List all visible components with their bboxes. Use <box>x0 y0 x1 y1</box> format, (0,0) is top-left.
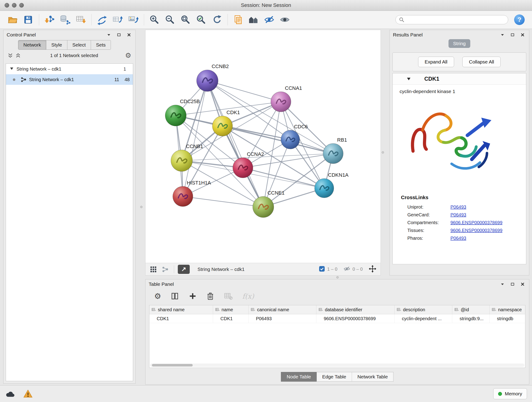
expand-all-button[interactable]: Expand All <box>418 57 454 67</box>
hidden-eye-slash-icon[interactable] <box>343 265 350 273</box>
zoom-window-button[interactable] <box>19 3 24 7</box>
zoom-out-button[interactable] <box>163 13 177 26</box>
first-neighbors-button[interactable] <box>247 13 260 26</box>
birdseye-view-icon[interactable] <box>162 266 168 273</box>
crosslink-link[interactable]: 9606.ENSP00000378699 <box>450 220 502 225</box>
export-image-button[interactable] <box>127 13 140 26</box>
crosslink-link[interactable]: 9606.ENSP00000378699 <box>450 228 502 233</box>
column-header[interactable]: database identifier <box>317 305 394 314</box>
import-network-from-file-button[interactable] <box>43 13 56 26</box>
column-header[interactable]: shared name <box>149 305 213 314</box>
show-all-button[interactable] <box>278 13 291 26</box>
network-node-ccnb2[interactable] <box>196 70 218 91</box>
hide-selected-button[interactable] <box>263 13 276 26</box>
network-node-ccna1[interactable] <box>271 92 291 112</box>
network-edge[interactable] <box>183 81 207 196</box>
network-node-rb1[interactable] <box>323 143 343 164</box>
column-header[interactable]: namespace <box>490 305 525 314</box>
minimize-window-button[interactable] <box>12 3 17 7</box>
warnings-button[interactable] <box>22 389 34 399</box>
column-header[interactable]: @id <box>452 305 490 314</box>
memory-button[interactable]: Memory <box>493 388 527 399</box>
panel-close-icon[interactable] <box>519 281 526 287</box>
zoom-fit-button[interactable] <box>179 13 192 26</box>
splitter-handle[interactable] <box>140 206 143 208</box>
open-session-button[interactable] <box>6 13 19 26</box>
column-header[interactable]: name <box>213 305 249 314</box>
network-edge[interactable] <box>207 81 263 207</box>
expand-all-networks-icon[interactable] <box>7 53 13 58</box>
table-cell[interactable]: CDK1 <box>213 314 249 323</box>
search-input[interactable] <box>407 17 505 23</box>
export-document-button[interactable] <box>231 13 245 26</box>
close-window-button[interactable] <box>5 3 9 7</box>
table-cell[interactable]: CDK1 <box>149 314 213 323</box>
network-from-table-button[interactable] <box>111 13 124 26</box>
cloud-button[interactable] <box>4 389 16 399</box>
new-network-button[interactable] <box>95 13 109 26</box>
crosslink-link[interactable]: P06493 <box>450 212 466 217</box>
tab-select[interactable]: Select <box>67 40 91 50</box>
network-node-cdc25b[interactable] <box>165 105 186 126</box>
network-node-ccna2[interactable] <box>233 158 253 178</box>
zoom-selected-button[interactable] <box>195 13 208 26</box>
table-cell[interactable]: stringdb:9... <box>452 314 490 323</box>
zoom-in-button[interactable] <box>148 13 161 26</box>
scrollbar-thumb[interactable] <box>152 364 193 366</box>
table-row[interactable]: CDK1CDK1P064939606.ENSP00000378699cyclin… <box>149 314 525 323</box>
refresh-view-button[interactable] <box>210 13 223 26</box>
import-network-from-database-button[interactable] <box>58 13 72 26</box>
gene-section-header[interactable]: CDK1 <box>393 73 526 85</box>
panel-close-icon[interactable] <box>519 32 526 38</box>
crosslink-link[interactable]: P06493 <box>450 236 466 241</box>
tab-network-table[interactable]: Network Table <box>352 372 394 382</box>
table-cell[interactable]: 9606.ENSP00000378699 <box>317 314 394 323</box>
save-session-button[interactable] <box>22 13 35 26</box>
tab-network[interactable]: Network <box>18 40 46 50</box>
network-canvas[interactable]: CCNB2CCNA1CDC25BCDK1CDC6RB1CCNB1CCNA2CDK… <box>146 30 380 263</box>
tab-edge-table[interactable]: Edge Table <box>317 372 352 382</box>
selected-checkbox-icon[interactable] <box>319 266 325 273</box>
crosslink-link[interactable]: P06493 <box>450 204 466 210</box>
panel-collapse-icon[interactable] <box>106 32 112 38</box>
create-column-icon[interactable] <box>189 292 197 300</box>
tab-string[interactable]: String <box>449 39 470 48</box>
show-columns-icon[interactable] <box>171 292 179 300</box>
tab-node-table[interactable]: Node Table <box>281 372 317 382</box>
disclosure-triangle-icon[interactable] <box>406 77 411 81</box>
network-edge[interactable] <box>222 126 333 153</box>
network-row-selected[interactable]: String Network – cdk1 11 48 <box>6 74 133 85</box>
network-node-cdk1[interactable] <box>212 116 233 136</box>
pan-crosshair-icon[interactable] <box>369 265 376 274</box>
network-node-ccne1[interactable] <box>253 196 274 217</box>
network-collection-row[interactable]: String Network – cdk1 1 <box>6 64 133 74</box>
column-header[interactable]: description <box>394 305 452 314</box>
horizontal-scrollbar[interactable] <box>150 364 525 367</box>
splitter-handle[interactable] <box>336 276 339 279</box>
network-node-hist1h1a[interactable] <box>173 186 193 206</box>
panel-collapse-icon[interactable] <box>499 32 506 38</box>
column-header[interactable]: canonical name <box>249 305 317 314</box>
help-button[interactable]: ? <box>514 14 525 25</box>
network-node-cdkn1a[interactable] <box>315 179 334 198</box>
panel-close-icon[interactable] <box>126 32 132 38</box>
import-table-button[interactable] <box>74 13 87 26</box>
collapse-all-button[interactable]: Collapse All <box>462 57 501 67</box>
network-node-cdc6[interactable] <box>281 130 300 149</box>
network-edge[interactable] <box>207 81 281 102</box>
disclosure-triangle-icon[interactable] <box>10 66 14 72</box>
network-options-gear-icon[interactable]: ⚙ <box>125 52 131 59</box>
table-cell[interactable]: cyclin-dependent ... <box>394 314 452 323</box>
collapse-all-networks-icon[interactable] <box>15 53 21 58</box>
panel-float-icon[interactable] <box>509 32 516 38</box>
grid-view-icon[interactable] <box>150 266 157 273</box>
tab-style[interactable]: Style <box>46 40 67 50</box>
splitter-handle[interactable] <box>382 151 384 153</box>
tab-sets[interactable]: Sets <box>91 40 111 50</box>
panel-float-icon[interactable] <box>116 32 122 38</box>
panel-collapse-icon[interactable] <box>499 281 506 287</box>
table-options-gear-icon[interactable]: ⚙ <box>154 292 161 300</box>
delete-column-trash-icon[interactable] <box>206 292 214 300</box>
network-edge[interactable] <box>183 196 263 207</box>
table-cell[interactable]: stringdb <box>490 314 525 323</box>
